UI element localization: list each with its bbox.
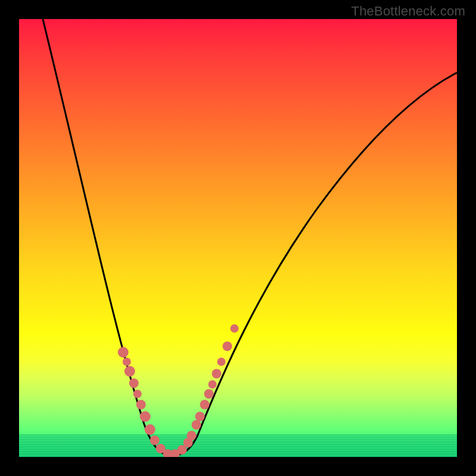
curve-svg [19, 19, 457, 457]
bottleneck-curve [43, 19, 457, 456]
data-marker [187, 431, 196, 440]
data-marker [118, 347, 129, 358]
data-marker [150, 436, 159, 445]
data-marker [129, 378, 139, 388]
data-marker [230, 324, 239, 333]
data-marker [195, 412, 205, 421]
plot-area [19, 19, 457, 457]
data-marker [212, 369, 221, 378]
data-marker [140, 411, 151, 422]
marker-group [118, 324, 239, 457]
data-marker [136, 400, 146, 409]
data-marker [204, 389, 214, 399]
data-marker [223, 342, 232, 351]
chart-frame: TheBottleneck.com [0, 0, 476, 476]
data-marker [133, 390, 142, 398]
data-marker [124, 366, 135, 377]
watermark-text: TheBottleneck.com [351, 4, 465, 19]
data-marker [208, 380, 217, 389]
data-marker [192, 420, 201, 430]
data-marker [123, 358, 131, 366]
data-marker [145, 424, 155, 435]
data-marker [200, 400, 209, 409]
data-marker [217, 358, 226, 366]
